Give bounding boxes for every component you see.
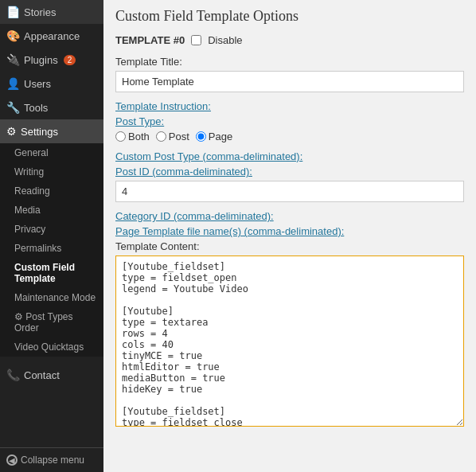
contact-icon: 📞	[6, 369, 20, 381]
sidebar-item-plugins[interactable]: 🔌 Plugins 2	[0, 48, 103, 72]
template-header: TEMPLATE #0 Disable	[115, 34, 464, 46]
sidebar-item-label: Settings	[21, 126, 58, 138]
submenu-permalinks[interactable]: Permalinks	[0, 239, 103, 258]
template-number: TEMPLATE #0	[115, 34, 185, 46]
sidebar: 📄 Stories 🎨 Appearance 🔌 Plugins 2 👤 Use…	[0, 0, 103, 472]
post-type-label[interactable]: Post Type:	[115, 115, 464, 127]
sidebar-item-stories[interactable]: 📄 Stories	[0, 0, 103, 24]
post-id-input[interactable]	[115, 181, 464, 202]
settings-icon: ⚙	[6, 125, 17, 138]
sidebar-item-label: Users	[24, 78, 51, 90]
appearance-icon: 🎨	[6, 29, 20, 42]
sidebar-bottom: ◀ Collapse menu	[0, 447, 103, 472]
submenu-maintenance-mode[interactable]: Maintenance Mode	[0, 288, 103, 307]
sidebar-item-appearance[interactable]: 🎨 Appearance	[0, 24, 103, 48]
sidebar-item-contact[interactable]: 📞 Contact	[0, 363, 103, 387]
sidebar-item-label: Tools	[24, 102, 48, 114]
category-id-label[interactable]: Category ID (comma-deliminated):	[115, 210, 464, 222]
radio-page[interactable]: Page	[196, 131, 232, 142]
page-title: Custom Field Template Options	[115, 8, 464, 25]
submenu-post-types-order[interactable]: ⚙ Post Types Order	[0, 307, 103, 337]
plugins-badge: 2	[64, 55, 76, 65]
sidebar-item-label: Contact	[24, 369, 60, 381]
post-type-radio-group: Both Post Page	[115, 131, 464, 142]
collapse-menu-button[interactable]: ◀ Collapse menu	[0, 448, 103, 472]
post-id-label[interactable]: Post ID (comma-deliminated):	[115, 166, 464, 177]
sidebar-item-label: Stories	[24, 6, 56, 18]
radio-page-input[interactable]	[196, 131, 206, 142]
submenu-custom-field-template[interactable]: Custom FieldTemplate	[0, 258, 103, 288]
collapse-label: Collapse menu	[21, 454, 84, 466]
custom-post-type-label[interactable]: Custom Post Type (comma-deliminated):	[115, 150, 464, 162]
title-label: Template Title:	[115, 56, 464, 68]
main-content: Custom Field Template Options TEMPLATE #…	[103, 0, 476, 472]
template-content-label: Template Content:	[115, 240, 464, 252]
submenu-reading[interactable]: Reading	[0, 181, 103, 201]
radio-both-input[interactable]	[115, 131, 126, 142]
tools-icon: 🔧	[6, 101, 20, 114]
submenu-writing[interactable]: Writing	[0, 162, 103, 181]
disable-label: Disable	[208, 34, 242, 46]
instruction-label[interactable]: Template Instruction:	[115, 100, 464, 112]
submenu-privacy[interactable]: Privacy	[0, 220, 103, 239]
sidebar-item-tools[interactable]: 🔧 Tools	[0, 96, 103, 119]
submenu-general[interactable]: General	[0, 143, 103, 162]
sidebar-item-label: Plugins	[24, 54, 58, 66]
template-content-textarea[interactable]: [Youtube_fieldset] type = fieldset_open …	[115, 256, 464, 427]
plugins-icon: 🔌	[6, 53, 20, 66]
radio-post[interactable]: Post	[156, 131, 189, 142]
submenu-media[interactable]: Media	[0, 201, 103, 220]
page-template-label[interactable]: Page Template file name(s) (comma-delimi…	[115, 225, 464, 237]
stories-icon: 📄	[6, 6, 20, 18]
radio-post-input[interactable]	[156, 131, 166, 142]
settings-submenu: General Writing Reading Media Privacy Pe…	[0, 143, 103, 357]
submenu-video-quicktags[interactable]: Video Quicktags	[0, 337, 103, 357]
sidebar-item-users[interactable]: 👤 Users	[0, 72, 103, 96]
collapse-icon: ◀	[6, 454, 18, 466]
users-icon: 👤	[6, 77, 20, 90]
sidebar-item-label: Appearance	[24, 30, 80, 42]
disable-checkbox[interactable]	[191, 35, 201, 45]
radio-both[interactable]: Both	[115, 131, 150, 142]
template-title-input[interactable]	[115, 71, 464, 92]
sidebar-item-settings[interactable]: ⚙ Settings	[0, 119, 103, 143]
